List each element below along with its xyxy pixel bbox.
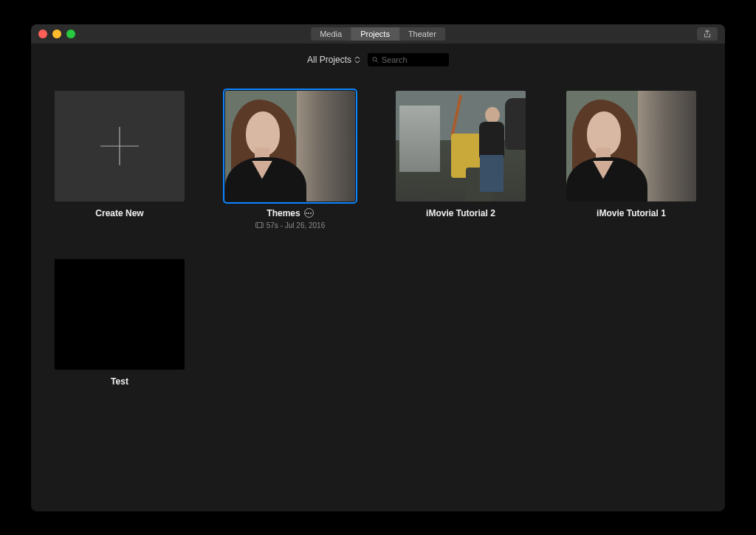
search-box[interactable]: [368, 53, 449, 66]
project-test-title: Test: [55, 376, 185, 387]
movie-icon: [255, 222, 264, 228]
toolbar: All Projects: [31, 44, 725, 76]
project-tutorial-2-title: iMovie Tutorial 2: [396, 208, 526, 218]
svg-line-1: [376, 61, 377, 62]
tab-theater[interactable]: Theater: [399, 27, 445, 41]
tab-media[interactable]: Media: [311, 27, 351, 41]
project-test-thumbnail: [55, 259, 185, 370]
project-tutorial-2[interactable]: iMovie Tutorial 2: [396, 91, 526, 229]
project-filter-dropdown[interactable]: All Projects: [307, 55, 360, 65]
titlebar: Media Projects Theater: [31, 24, 725, 44]
project-themes[interactable]: Themes ••• 57s - Jul 26, 2016: [225, 91, 355, 229]
close-window-button[interactable]: [38, 30, 47, 38]
projects-grid: Create New Themes •••: [31, 76, 725, 511]
create-new-label: Create New: [55, 208, 185, 218]
tab-projects[interactable]: Projects: [351, 27, 399, 41]
project-tutorial-1-thumbnail: [566, 91, 696, 201]
project-themes-meta: 57s - Jul 26, 2016: [267, 221, 326, 229]
create-new-project[interactable]: Create New: [55, 91, 185, 229]
svg-rect-4: [255, 223, 263, 228]
share-icon: [703, 30, 712, 38]
sort-arrows-icon: [354, 56, 360, 63]
project-tutorial-1-title: iMovie Tutorial 1: [566, 208, 696, 218]
plus-icon: [97, 124, 142, 168]
project-themes-thumbnail: [225, 91, 355, 201]
project-tutorial-2-thumbnail: [396, 91, 526, 201]
maximize-window-button[interactable]: [66, 30, 75, 38]
view-segmented-control: Media Projects Theater: [311, 27, 445, 41]
project-tutorial-1[interactable]: iMovie Tutorial 1: [566, 91, 696, 229]
svg-point-0: [373, 57, 377, 61]
window-controls: [31, 30, 75, 38]
search-icon: [372, 56, 379, 63]
project-themes-title: Themes: [267, 208, 300, 218]
filter-label-text: All Projects: [307, 55, 351, 65]
share-button[interactable]: [697, 27, 718, 41]
search-input[interactable]: [382, 55, 444, 64]
minimize-window-button[interactable]: [52, 30, 61, 38]
project-test[interactable]: Test: [55, 259, 185, 387]
imovie-window: Media Projects Theater All Projects: [31, 24, 725, 511]
project-more-button[interactable]: •••: [304, 208, 314, 218]
create-new-thumbnail: [55, 91, 185, 201]
